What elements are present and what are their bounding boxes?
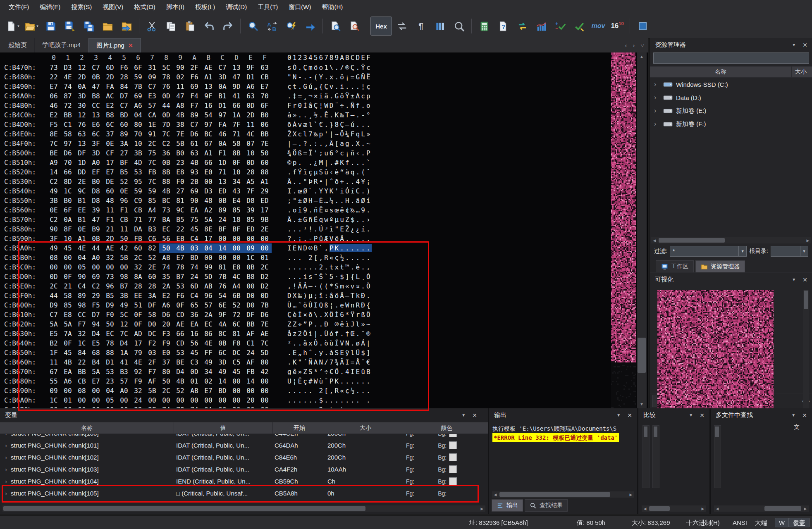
hex-byte[interactable]: 78 bbox=[159, 72, 173, 82]
hex-byte[interactable]: 00 bbox=[187, 396, 201, 405]
hex-byte[interactable]: B3 bbox=[145, 224, 159, 234]
hex-byte[interactable]: DF bbox=[75, 148, 89, 158]
hex-byte-selected[interactable]: 04 bbox=[201, 243, 215, 253]
hex-byte[interactable]: EA bbox=[187, 205, 201, 215]
convert-button[interactable] bbox=[393, 17, 411, 35]
hex-byte[interactable]: CD bbox=[173, 338, 187, 348]
visualizer-vertical-scrollbar[interactable] bbox=[803, 290, 809, 420]
hex-byte[interactable]: 57 bbox=[201, 300, 215, 310]
hex-byte[interactable]: D9 bbox=[103, 300, 117, 310]
hex-byte[interactable]: 59 bbox=[145, 186, 159, 196]
hex-byte[interactable]: 00 bbox=[244, 386, 258, 396]
hex-byte[interactable]: 80 bbox=[159, 367, 173, 376]
hex-byte[interactable]: 0F bbox=[131, 310, 145, 319]
hex-byte[interactable]: 0B bbox=[215, 196, 229, 205]
menu-format[interactable]: 格式(O) bbox=[129, 0, 161, 14]
hex-byte-selected[interactable]: 03 bbox=[187, 243, 201, 253]
hex-byte[interactable]: 45 bbox=[187, 348, 201, 357]
results-scrollbar[interactable] bbox=[714, 425, 721, 488]
hex-byte[interactable]: 23 bbox=[103, 376, 117, 386]
scroll-right-icon[interactable]: ▶ bbox=[805, 238, 811, 243]
fg-swatch[interactable] bbox=[417, 477, 425, 485]
hex-byte[interactable]: 7C bbox=[47, 139, 61, 148]
hex-byte[interactable]: 09 bbox=[145, 72, 159, 82]
hex-byte[interactable]: 88 bbox=[159, 177, 173, 186]
hex-byte[interactable]: E8 bbox=[61, 310, 75, 319]
status-write-flag[interactable]: W bbox=[775, 518, 789, 527]
hex-byte[interactable]: 60 bbox=[131, 243, 145, 253]
hex-byte[interactable]: 27 bbox=[173, 186, 187, 196]
hex-byte[interactable]: 66 bbox=[61, 167, 75, 177]
hex-byte[interactable]: 98 bbox=[75, 300, 89, 310]
find-next-button[interactable] bbox=[282, 17, 300, 35]
hex-byte[interactable]: 72 bbox=[229, 310, 244, 319]
hex-byte[interactable]: 2C bbox=[258, 262, 272, 272]
hex-byte[interactable]: BB bbox=[75, 367, 89, 376]
hex-byte[interactable]: C7 bbox=[47, 310, 61, 319]
hex-byte[interactable]: 0E bbox=[47, 205, 61, 215]
hex-ascii[interactable]: DX‰)µ;î:âöÄ–TkÐ. bbox=[287, 291, 372, 300]
hex-byte[interactable]: 13 bbox=[201, 82, 215, 91]
hex-byte[interactable]: 1C bbox=[244, 253, 258, 262]
hex-byte[interactable]: D9 bbox=[47, 300, 61, 310]
hex-byte-selected[interactable]: 14 bbox=[215, 243, 229, 253]
hex-ascii[interactable]: â»..¸½.Ê.K‰T—.-° bbox=[287, 110, 372, 120]
chevron-right-icon[interactable]: › bbox=[5, 434, 7, 437]
hex-byte[interactable]: A6 bbox=[244, 82, 258, 91]
hex-byte[interactable]: AB bbox=[159, 253, 173, 262]
tab-close-icon[interactable]: ✕ bbox=[128, 42, 133, 49]
hex-byte[interactable]: 7E bbox=[258, 319, 272, 329]
column-header-1[interactable]: 名称 bbox=[0, 422, 174, 434]
hex-byte[interactable]: B7 bbox=[173, 272, 187, 281]
hex-ascii[interactable]: Fr0ÌâÇ¦WD¨÷.Ñf.o bbox=[287, 101, 372, 110]
hex-byte[interactable]: 00 bbox=[229, 253, 244, 262]
hex-byte[interactable]: 17 bbox=[103, 158, 117, 167]
swap-bytes-button[interactable] bbox=[513, 17, 531, 35]
hex-ascii[interactable]: ......2.txt™.è., bbox=[287, 262, 372, 272]
hex-byte[interactable]: 87 bbox=[61, 91, 75, 101]
hex-byte[interactable]: 57 bbox=[145, 101, 159, 110]
hex-byte[interactable]: 18 bbox=[229, 215, 244, 224]
scroll-left-icon[interactable]: ◀ bbox=[642, 507, 648, 511]
hex-byte[interactable]: 14 bbox=[244, 376, 258, 386]
hex-byte[interactable]: 96 bbox=[201, 291, 215, 300]
hex-byte[interactable]: 2C bbox=[159, 386, 173, 396]
hex-byte[interactable]: CC bbox=[75, 310, 89, 319]
hex-byte[interactable]: 6C bbox=[103, 120, 117, 129]
menu-debug[interactable]: 调试(D) bbox=[220, 0, 252, 14]
hex-byte[interactable]: A1 bbox=[201, 148, 215, 158]
hex-byte[interactable]: 80 bbox=[258, 357, 272, 367]
hex-byte[interactable]: BA bbox=[159, 215, 173, 224]
hex-byte[interactable]: 00 bbox=[117, 396, 131, 405]
scroll-left-icon[interactable]: ◀ bbox=[651, 238, 658, 243]
hex-byte[interactable]: 22 bbox=[47, 72, 61, 82]
hex-byte[interactable]: EE bbox=[75, 205, 89, 215]
hex-byte[interactable]: 78 bbox=[103, 338, 117, 348]
hex-byte[interactable]: 28 bbox=[145, 281, 159, 291]
hex-byte[interactable]: D0 bbox=[244, 291, 258, 300]
collapse-panel-icon[interactable]: ▼ bbox=[791, 413, 795, 417]
hex-byte[interactable]: BC bbox=[201, 129, 215, 139]
hex-byte[interactable]: 6F bbox=[131, 63, 145, 72]
hex-byte[interactable]: 00 bbox=[159, 396, 173, 405]
hex-byte[interactable]: 44 bbox=[159, 101, 173, 110]
hex-byte[interactable]: B8 bbox=[89, 91, 103, 101]
menu-view[interactable]: 视图(V) bbox=[97, 0, 129, 14]
column-header-2[interactable]: 值 bbox=[174, 422, 273, 434]
hex-ascii[interactable]: ¾Öß=Ï';u6°c¡ñ‹.P bbox=[287, 148, 372, 158]
hex-ascii[interactable]: ŽXcl7‰p'|~Ö¼FqL» bbox=[287, 129, 372, 139]
compare-horizontal-scrollbar[interactable]: ◀ ▶ bbox=[642, 505, 706, 512]
hex-byte[interactable]: 00 bbox=[61, 405, 75, 408]
hex-byte[interactable]: 39 bbox=[244, 205, 258, 215]
hex-byte[interactable]: 4E bbox=[131, 357, 145, 367]
hex-byte[interactable]: 04 bbox=[131, 110, 145, 120]
hex-byte[interactable]: 0D bbox=[244, 101, 258, 110]
hex-byte[interactable]: 0D bbox=[258, 291, 272, 300]
hex-byte[interactable]: 34 bbox=[229, 177, 244, 186]
hex-byte[interactable]: C5 bbox=[229, 357, 244, 367]
hex-byte[interactable]: 45 bbox=[61, 243, 75, 253]
hex-byte[interactable]: 2C bbox=[47, 281, 61, 291]
hex-byte[interactable]: E2 bbox=[103, 101, 117, 110]
hex-byte[interactable]: 00 bbox=[145, 396, 159, 405]
hex-byte[interactable]: 74 bbox=[159, 262, 173, 272]
